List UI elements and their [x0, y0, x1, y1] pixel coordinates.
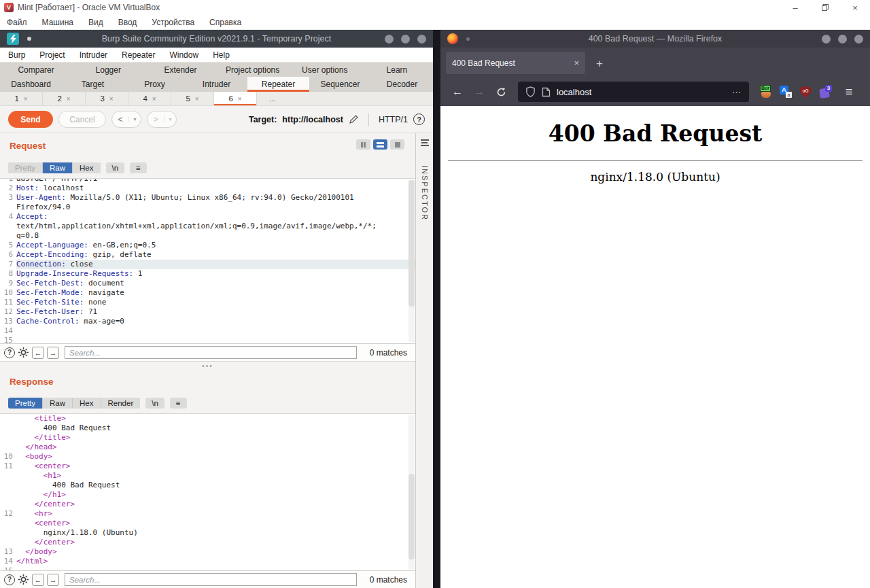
- menu-input[interactable]: Ввод: [118, 18, 137, 27]
- repeater-tab-3[interactable]: 3×: [86, 92, 128, 105]
- app-menu-hamburger-icon[interactable]: ≡: [839, 82, 859, 102]
- response-tab-raw[interactable]: Raw: [43, 398, 72, 409]
- close-tab-icon[interactable]: ×: [109, 95, 114, 103]
- response-scrollbar[interactable]: [408, 415, 415, 569]
- request-scrollbar[interactable]: [408, 180, 415, 342]
- new-tab-button[interactable]: +: [589, 54, 610, 74]
- tab-target[interactable]: Target: [62, 77, 124, 92]
- request-search-input[interactable]: [65, 346, 357, 359]
- show-newlines-toggle[interactable]: \n: [145, 398, 164, 409]
- tab-comparer[interactable]: Comparer: [0, 63, 72, 77]
- search-settings-gear-icon[interactable]: [18, 574, 29, 585]
- tab-sequencer[interactable]: Sequencer: [309, 77, 371, 92]
- send-button[interactable]: Send: [8, 111, 53, 128]
- response-tab-render[interactable]: Render: [101, 398, 141, 409]
- request-editor[interactable]: 1adsfGET / HTTP/1.12Host: localhost3User…: [0, 178, 415, 343]
- window-minimize-circle[interactable]: [385, 35, 394, 44]
- repeater-tab-1[interactable]: 1×: [0, 92, 43, 105]
- translate-extension-icon[interactable]: A a: [780, 86, 792, 98]
- extension-with-badge-icon[interactable]: 3: [819, 86, 831, 98]
- menu-file[interactable]: Файл: [7, 18, 27, 27]
- close-button[interactable]: ×: [840, 0, 870, 15]
- repeater-tab-4[interactable]: 4×: [128, 92, 171, 105]
- layout-columns-button[interactable]: [356, 139, 370, 150]
- burp-menu-repeater[interactable]: Repeater: [122, 50, 155, 60]
- back-button[interactable]: ←: [447, 82, 468, 102]
- editor-menu-button[interactable]: ≡: [170, 398, 187, 409]
- tab-proxy[interactable]: Proxy: [124, 77, 186, 92]
- burp-menu-window[interactable]: Window: [169, 50, 198, 60]
- history-forward-dropdown[interactable]: ▾: [164, 116, 176, 122]
- repeater-tab-2[interactable]: 2×: [43, 92, 86, 105]
- tab-decoder[interactable]: Decoder: [371, 77, 433, 92]
- response-editor[interactable]: <title> 400 Bad Request </title> </head>…: [0, 413, 415, 570]
- tab-dashboard[interactable]: Dashboard: [0, 77, 62, 92]
- panel-splitter-handle[interactable]: •••: [0, 361, 415, 370]
- tab-close-icon[interactable]: ×: [570, 58, 579, 68]
- tab-logger[interactable]: Logger: [72, 63, 144, 77]
- page-info-icon[interactable]: [542, 87, 551, 97]
- http-version-label[interactable]: HTTP/1: [379, 115, 408, 124]
- inspector-rail[interactable]: INSPECTOR: [415, 133, 433, 588]
- window-minimize-circle[interactable]: [822, 35, 831, 44]
- menu-help[interactable]: Справка: [209, 18, 241, 27]
- cancel-button[interactable]: Cancel: [58, 111, 106, 128]
- search-help-icon[interactable]: ?: [4, 347, 15, 358]
- repeater-tab-5[interactable]: 5×: [171, 92, 214, 105]
- close-tab-icon[interactable]: ×: [67, 95, 71, 103]
- close-tab-icon[interactable]: ×: [238, 95, 242, 103]
- help-icon[interactable]: ?: [413, 114, 425, 125]
- burp-menu-burp[interactable]: Burp: [8, 50, 25, 60]
- burp-menu-project[interactable]: Project: [39, 50, 65, 60]
- repeater-tab-6-active[interactable]: 6×: [214, 92, 257, 105]
- history-forward-button[interactable]: > ▾: [147, 111, 177, 128]
- tab-repeater[interactable]: Repeater: [247, 77, 309, 92]
- response-search-input[interactable]: [65, 573, 357, 586]
- tab-intruder[interactable]: Intruder: [186, 77, 247, 92]
- edit-target-pencil-icon[interactable]: [349, 114, 359, 124]
- close-tab-icon[interactable]: ×: [152, 95, 156, 103]
- restore-button[interactable]: [810, 0, 840, 15]
- inspector-label[interactable]: INSPECTOR: [421, 165, 429, 221]
- browser-tab-active[interactable]: 400 Bad Request ×: [446, 52, 585, 74]
- window-close-circle[interactable]: [854, 35, 863, 44]
- response-tab-pretty[interactable]: Pretty: [8, 398, 42, 409]
- menu-view[interactable]: Вид: [88, 18, 103, 27]
- search-prev-button[interactable]: ←: [32, 574, 44, 586]
- reload-button[interactable]: [491, 82, 511, 102]
- request-tab-raw[interactable]: Raw: [43, 162, 72, 173]
- ublock-origin-extension-icon[interactable]: uO: [799, 86, 812, 98]
- burp-menu-help[interactable]: Help: [213, 50, 230, 60]
- burp-titlebar[interactable]: Burp Suite Community Edition v2021.9.1 -…: [0, 30, 433, 48]
- layout-rows-button[interactable]: [373, 139, 387, 150]
- page-actions-icon[interactable]: ⋯: [732, 87, 742, 97]
- firefox-titlebar[interactable]: 400 Bad Request — Mozilla Firefox: [440, 30, 870, 48]
- window-maximize-circle[interactable]: [401, 35, 410, 44]
- request-tab-pretty[interactable]: Pretty: [8, 162, 42, 173]
- repeater-more-tabs[interactable]: ...: [257, 92, 288, 105]
- response-tab-hex[interactable]: Hex: [73, 398, 100, 409]
- request-tab-hex[interactable]: Hex: [73, 162, 100, 173]
- search-prev-button[interactable]: ←: [32, 347, 44, 359]
- tab-project-options[interactable]: Project options: [217, 63, 289, 77]
- history-back-button[interactable]: < ▾: [111, 111, 141, 128]
- forward-button[interactable]: →: [469, 82, 489, 102]
- search-next-button[interactable]: →: [47, 347, 59, 359]
- history-back-dropdown[interactable]: ▾: [128, 116, 141, 122]
- close-tab-icon[interactable]: ×: [195, 95, 199, 103]
- url-text[interactable]: localhost: [557, 87, 726, 97]
- menu-devices[interactable]: Устройства: [152, 18, 194, 27]
- search-next-button[interactable]: →: [47, 574, 59, 586]
- editor-menu-button[interactable]: ≡: [130, 162, 147, 173]
- tab-user-options[interactable]: User options: [289, 63, 361, 77]
- tracking-shield-icon[interactable]: [525, 86, 536, 97]
- inspector-collapse-icon[interactable]: [421, 139, 429, 146]
- search-help-icon[interactable]: ?: [4, 574, 15, 585]
- search-settings-gear-icon[interactable]: [18, 347, 29, 358]
- tab-learn[interactable]: Learn: [361, 63, 433, 77]
- menu-machine[interactable]: Машина: [42, 18, 73, 27]
- layout-single-button[interactable]: [390, 139, 404, 150]
- burp-menu-intruder[interactable]: Intruder: [80, 50, 107, 60]
- foxyproxy-extension-icon[interactable]: Bur: [760, 86, 772, 98]
- url-bar[interactable]: localhost ⋯: [518, 82, 749, 102]
